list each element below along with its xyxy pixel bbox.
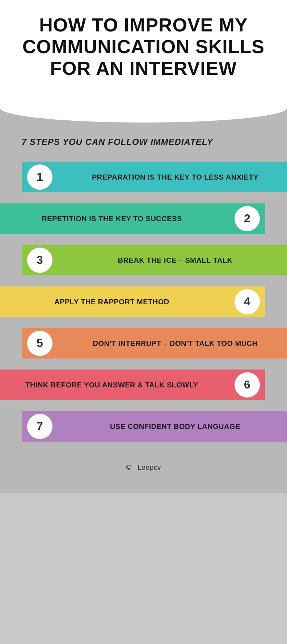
step-4-bar: APPLY THE RAPPORT METHOD 4	[0, 286, 265, 317]
step-2-bar: REPETITION IS THE KEY TO SUCCESS 2	[0, 203, 265, 234]
step-1-text: PREPARATION IS THE KEY TO LESS ANXIETY	[52, 172, 287, 182]
main-title: HOW TO IMPROVE MY COMMUNICATION SKILLS F…	[22, 14, 265, 79]
step-5-wrapper: 5 DON'T INTERRUPT – DON'T TALK TOO MUCH	[22, 328, 287, 359]
step-4-text: APPLY THE RAPPORT METHOD	[0, 297, 235, 306]
step-2-circle: 2	[235, 206, 260, 231]
step-3-bar: 3 BREAK THE ICE – SMALL TALK	[22, 245, 287, 275]
step-5-text: DON'T INTERRUPT – DON'T TALK TOO MUCH	[52, 339, 287, 348]
step-1-bar: 1 PREPARATION IS THE KEY TO LESS ANXIETY	[22, 162, 287, 192]
step-2-wrapper: REPETITION IS THE KEY TO SUCCESS 2	[0, 203, 265, 234]
step-4-wrapper: APPLY THE RAPPORT METHOD 4	[0, 286, 265, 317]
step-7-text: USE CONFIDENT BODY LANGUAGE	[52, 422, 287, 431]
steps-container: 1 PREPARATION IS THE KEY TO LESS ANXIETY…	[0, 162, 287, 442]
step-7-circle: 7	[27, 414, 52, 439]
step-5-bar: 5 DON'T INTERRUPT – DON'T TALK TOO MUCH	[22, 328, 287, 359]
footer: © Loopcv	[0, 463, 287, 472]
brand-name: Loopcv	[138, 463, 161, 471]
copyright-symbol: ©	[126, 463, 132, 471]
subtitle: 7 STEPS YOU CAN FOLLOW IMMEDIATELY	[0, 137, 287, 147]
step-1-circle: 1	[27, 164, 52, 190]
step-1-wrapper: 1 PREPARATION IS THE KEY TO LESS ANXIETY	[22, 162, 287, 192]
step-6-bar: THINK BEFORE YOU ANSWER & TALK SLOWLY 6	[0, 369, 265, 400]
step-7-wrapper: 7 USE CONFIDENT BODY LANGUAGE	[22, 411, 287, 442]
step-4-circle: 4	[235, 289, 260, 314]
step-2-text: REPETITION IS THE KEY TO SUCCESS	[0, 214, 235, 223]
step-3-text: BREAK THE ICE – SMALL TALK	[52, 256, 287, 265]
step-3-wrapper: 3 BREAK THE ICE – SMALL TALK	[22, 245, 287, 275]
step-7-bar: 7 USE CONFIDENT BODY LANGUAGE	[22, 411, 287, 442]
gray-section: 7 STEPS YOU CAN FOLLOW IMMEDIATELY 1 PRE…	[0, 108, 287, 493]
step-5-circle: 5	[27, 331, 52, 356]
step-3-circle: 3	[27, 248, 52, 273]
header-section: HOW TO IMPROVE MY COMMUNICATION SKILLS F…	[0, 0, 287, 108]
step-6-wrapper: THINK BEFORE YOU ANSWER & TALK SLOWLY 6	[0, 369, 265, 400]
step-6-circle: 6	[235, 372, 260, 398]
step-6-text: THINK BEFORE YOU ANSWER & TALK SLOWLY	[0, 380, 235, 390]
